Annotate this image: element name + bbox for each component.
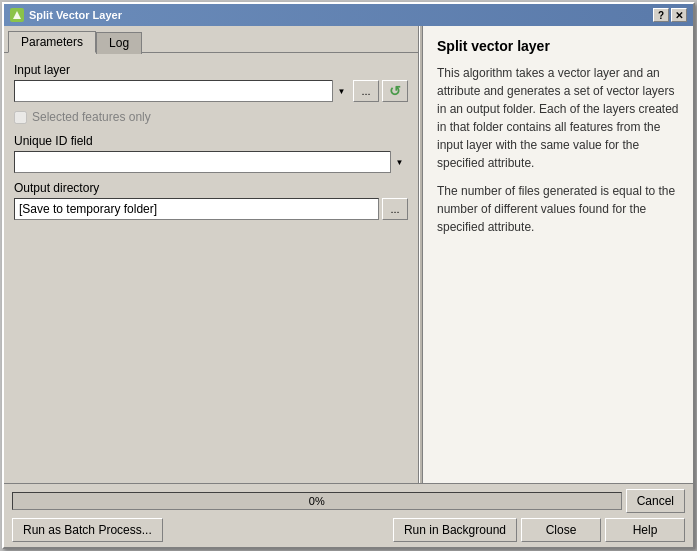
- unique-id-combo-wrapper: ▼: [14, 151, 408, 173]
- input-layer-browse-btn[interactable]: ...: [353, 80, 379, 102]
- help-paragraph-1: This algorithm takes a vector layer and …: [437, 64, 679, 172]
- output-dir-input[interactable]: [14, 198, 379, 220]
- progress-label: 0%: [309, 495, 325, 507]
- selected-features-label: Selected features only: [32, 110, 151, 124]
- tabs: Parameters Log: [4, 26, 418, 53]
- window-content: Parameters Log Input layer ▼ .: [4, 26, 693, 483]
- buttons-row: Run as Batch Process... Run in Backgroun…: [12, 518, 685, 542]
- progress-bar: 0%: [12, 492, 622, 510]
- svg-marker-0: [13, 11, 21, 19]
- bottom-bar: 0% Cancel Run as Batch Process... Run in…: [4, 483, 693, 547]
- output-dir-browse-btn[interactable]: ...: [382, 198, 408, 220]
- unique-id-label: Unique ID field: [14, 134, 408, 148]
- selected-features-row: Selected features only: [14, 110, 408, 124]
- run-background-btn[interactable]: Run in Background: [393, 518, 517, 542]
- refresh-icon: ↺: [389, 83, 401, 99]
- app-icon: [10, 8, 24, 22]
- cancel-btn[interactable]: Cancel: [626, 489, 685, 513]
- input-layer-row: ▼ ... ↺: [14, 80, 408, 102]
- main-window: Split Vector Layer ? ✕ Parameters Log In…: [2, 2, 695, 549]
- help-title-btn[interactable]: ?: [653, 8, 669, 22]
- output-dir-label: Output directory: [14, 181, 408, 195]
- right-panel: Split vector layer This algorithm takes …: [423, 26, 693, 483]
- unique-id-row: ▼: [14, 151, 408, 173]
- title-bar-left: Split Vector Layer: [10, 8, 122, 22]
- title-buttons: ? ✕: [653, 8, 687, 22]
- output-dir-row: ...: [14, 198, 408, 220]
- right-buttons: Run in Background Close Help: [393, 518, 685, 542]
- input-layer-refresh-btn[interactable]: ↺: [382, 80, 408, 102]
- run-batch-btn[interactable]: Run as Batch Process...: [12, 518, 163, 542]
- help-btn[interactable]: Help: [605, 518, 685, 542]
- close-btn[interactable]: Close: [521, 518, 601, 542]
- input-layer-label: Input layer: [14, 63, 408, 77]
- close-title-btn[interactable]: ✕: [671, 8, 687, 22]
- input-layer-select[interactable]: [14, 80, 350, 102]
- selected-features-checkbox[interactable]: [14, 111, 27, 124]
- help-paragraph-2: The number of files generated is equal t…: [437, 182, 679, 236]
- unique-id-select[interactable]: [14, 151, 408, 173]
- help-title: Split vector layer: [437, 38, 679, 54]
- params-area: Input layer ▼ ... ↺ Sel: [4, 53, 418, 483]
- left-panel: Parameters Log Input layer ▼ .: [4, 26, 419, 483]
- window-title: Split Vector Layer: [29, 9, 122, 21]
- tab-log[interactable]: Log: [96, 32, 142, 54]
- help-content: This algorithm takes a vector layer and …: [437, 64, 679, 246]
- title-bar: Split Vector Layer ? ✕: [4, 4, 693, 26]
- tab-parameters[interactable]: Parameters: [8, 31, 96, 53]
- input-layer-combo-wrapper: ▼: [14, 80, 350, 102]
